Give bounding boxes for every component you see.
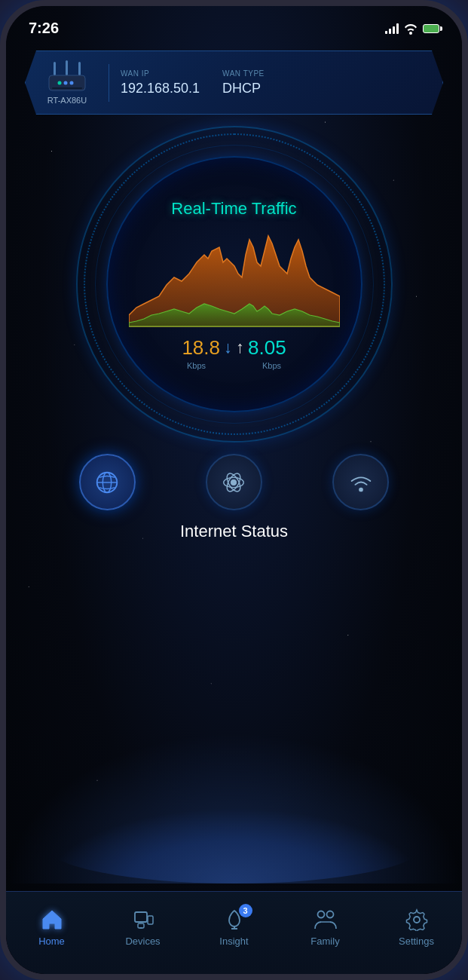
nav-icon-insight: 3 (222, 908, 246, 932)
network-icon (220, 469, 247, 496)
nav-icon-settings (405, 908, 429, 932)
wan-type-info: WAN TYPE DHCP (222, 69, 265, 96)
svg-point-15 (359, 487, 363, 492)
svg-point-11 (231, 479, 237, 485)
upload-unit: Kbps (262, 361, 281, 370)
nav-item-family[interactable]: Family (280, 908, 371, 947)
svg-point-5 (64, 81, 68, 85)
svg-point-4 (58, 81, 62, 85)
svg-rect-17 (138, 923, 144, 928)
nav-item-settings[interactable]: Settings (371, 908, 462, 947)
upload-arrow-icon: ↑ (236, 338, 244, 357)
nav-icon-family (314, 908, 338, 932)
wifi-icon (403, 23, 418, 35)
signal-icon (385, 23, 399, 34)
gauge-outer: Real-Time Traffic (76, 126, 393, 443)
svg-point-24 (414, 917, 420, 923)
traffic-gauge: Real-Time Traffic (6, 126, 462, 443)
upload-value: 8.05 (248, 336, 286, 360)
nav-icon-home (40, 908, 64, 932)
nav-item-insight[interactable]: 3 Insight (188, 908, 280, 947)
traffic-stats: 18.8 ↓ ↑ 8.05 (182, 336, 286, 360)
nav-label-home: Home (38, 936, 65, 947)
svg-point-22 (317, 911, 324, 918)
svg-rect-0 (54, 62, 56, 75)
insight-badge: 3 (239, 904, 252, 917)
phone-frame: 7:26 (0, 0, 468, 980)
router-info: WAN IP 192.168.50.1 WAN TYPE DHCP (121, 69, 265, 96)
nav-label-insight: Insight (219, 936, 248, 947)
traffic-chart (129, 225, 340, 330)
phone-screen: 7:26 (6, 6, 462, 974)
router-image (46, 60, 88, 93)
svg-rect-2 (78, 62, 81, 75)
nav-label-family: Family (310, 936, 339, 947)
wan-ip-info: WAN IP 192.168.50.1 (121, 69, 200, 96)
download-arrow-icon: ↓ (224, 338, 232, 357)
wan-type-label: WAN TYPE (222, 69, 265, 78)
router-icon-area: RT-AX86U (37, 60, 97, 105)
internet-status-label: Internet Status (6, 522, 462, 541)
traffic-title: Real-Time Traffic (171, 199, 296, 219)
nav-icon-devices (131, 908, 155, 932)
wan-ip-label: WAN IP (121, 69, 200, 78)
download-value: 18.8 (182, 336, 220, 360)
internet-button[interactable] (79, 454, 136, 510)
status-time: 7:26 (29, 20, 59, 37)
bottom-nav: Home Devices (6, 891, 462, 974)
router-divider (109, 64, 109, 102)
nav-item-devices[interactable]: Devices (97, 908, 188, 947)
router-card[interactable]: RT-AX86U WAN IP 192.168.50.1 WAN TYPE DH… (25, 51, 443, 115)
wan-type-value: DHCP (222, 81, 265, 96)
planet-glow (6, 733, 462, 884)
gauge-content: Real-Time Traffic (114, 164, 355, 405)
svg-point-6 (70, 81, 74, 85)
wifi-action-icon (347, 469, 375, 496)
status-icons (385, 23, 439, 35)
nav-item-home[interactable]: Home (6, 908, 97, 947)
nav-label-settings: Settings (399, 936, 434, 947)
traffic-units: Kbps Kbps (159, 361, 310, 370)
router-model: RT-AX86U (47, 96, 87, 105)
svg-rect-7 (52, 87, 82, 89)
svg-rect-16 (135, 912, 147, 922)
status-bar: 7:26 (6, 6, 462, 43)
network-button[interactable] (206, 454, 262, 510)
download-unit: Kbps (187, 361, 206, 370)
svg-rect-1 (66, 60, 68, 75)
globe-icon (93, 469, 121, 496)
quick-actions (6, 446, 462, 518)
wan-ip-value: 192.168.50.1 (121, 81, 200, 96)
battery-icon (423, 24, 439, 33)
wifi-button[interactable] (332, 454, 389, 510)
svg-rect-18 (148, 916, 153, 924)
svg-point-23 (326, 911, 333, 918)
nav-label-devices: Devices (125, 936, 160, 947)
